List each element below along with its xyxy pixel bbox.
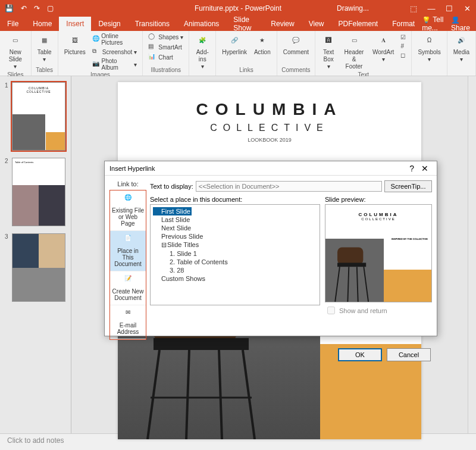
tree-previous-slide[interactable]: Previous Slide bbox=[153, 232, 317, 240]
addins-button[interactable]: 🧩Add-ins▾ bbox=[193, 32, 212, 71]
svg-rect-8 bbox=[337, 263, 366, 267]
globe-file-icon: 🌐 bbox=[121, 194, 134, 206]
action-button[interactable]: ★Action bbox=[252, 32, 273, 57]
linkto-email[interactable]: ✉E-mail Address bbox=[110, 305, 146, 339]
vertical-scrollbar[interactable] bbox=[468, 76, 476, 433]
collapse-icon[interactable]: ⊟ bbox=[161, 241, 167, 249]
tree-next-slide[interactable]: Next Slide bbox=[153, 224, 317, 232]
comment-button[interactable]: 💬Comment bbox=[281, 32, 311, 57]
photo-album-button[interactable]: 📷Photo Album ▾ bbox=[90, 57, 139, 71]
cancel-button[interactable]: Cancel bbox=[387, 348, 431, 361]
pictures-icon: 🖼 bbox=[68, 33, 82, 48]
tab-format[interactable]: Format bbox=[385, 17, 422, 31]
undo-icon[interactable]: ↶ bbox=[21, 4, 27, 12]
svg-line-12 bbox=[357, 267, 358, 302]
screenshot-icon: ⧉ bbox=[92, 48, 101, 56]
close-button[interactable]: ✕ bbox=[458, 0, 476, 17]
tab-view[interactable]: View bbox=[302, 17, 331, 31]
start-icon[interactable]: ▢ bbox=[47, 4, 54, 12]
ribbon-group-illustrations: ◯Shapes ▾ ▤SmartArt 📊Chart Illustrations bbox=[143, 31, 189, 76]
tab-pdfelement[interactable]: PDFelement bbox=[331, 17, 385, 31]
ribbon-group-media: 🔊Media▾ bbox=[447, 31, 476, 76]
maximize-button[interactable]: ☐ bbox=[440, 0, 458, 17]
smartart-icon: ▤ bbox=[148, 43, 156, 51]
symbols-icon: Ω bbox=[422, 33, 437, 48]
slide-thumbnail[interactable]: Table of Contents bbox=[12, 158, 65, 226]
screentip-button[interactable]: ScreenTip... bbox=[384, 180, 432, 192]
chart-button[interactable]: 📊Chart bbox=[146, 52, 185, 62]
pictures-button[interactable]: 🖼Pictures bbox=[62, 32, 88, 57]
thumbnail-3[interactable]: 3 bbox=[5, 233, 66, 302]
table-icon: ▦ bbox=[37, 33, 52, 48]
tree-custom-shows[interactable]: Custom Shows bbox=[153, 274, 317, 283]
thumbnail-2[interactable]: 2 Table of Contents bbox=[5, 158, 66, 226]
text-option-icon[interactable]: ◻ bbox=[399, 51, 408, 59]
ribbon: ▭New Slide▾ Slides ▦Table▾ Tables 🖼Pictu… bbox=[0, 31, 476, 76]
tab-animations[interactable]: Animations bbox=[177, 17, 226, 31]
textbox-button[interactable]: 🅰Text Box▾ bbox=[319, 32, 338, 71]
addins-icon: 🧩 bbox=[195, 33, 209, 48]
online-pictures-button[interactable]: 🌐Online Pictures bbox=[90, 32, 139, 46]
chart-icon: 📊 bbox=[148, 53, 156, 61]
wordart-button[interactable]: 𝐀WordArt▾ bbox=[370, 32, 397, 64]
tab-file[interactable]: File bbox=[0, 17, 26, 31]
shapes-button[interactable]: ◯Shapes ▾ bbox=[146, 32, 185, 42]
symbols-button[interactable]: ΩSymbols▾ bbox=[415, 32, 443, 64]
quick-access-toolbar: 💾 ↶ ↷ ▢ bbox=[0, 4, 54, 12]
linkto-column: Link to: 🌐Existing File or Web Page 📄Pla… bbox=[109, 180, 146, 340]
redo-icon[interactable]: ↷ bbox=[34, 4, 40, 12]
slide-thumbnail[interactable] bbox=[12, 233, 65, 302]
screenshot-button[interactable]: ⧉Screenshot ▾ bbox=[90, 47, 139, 57]
ok-button[interactable]: OK bbox=[338, 348, 382, 361]
table-button[interactable]: ▦Table▾ bbox=[35, 32, 54, 64]
share-button[interactable]: 👤 Share bbox=[451, 15, 470, 32]
linkto-create-new[interactable]: 📝Create New Document bbox=[110, 271, 146, 305]
tab-transitions[interactable]: Transitions bbox=[128, 17, 177, 31]
tree-last-slide[interactable]: Last Slide bbox=[153, 215, 317, 224]
thumbnail-1[interactable]: 1 COLUMBIACOLLECTIVE bbox=[5, 82, 66, 151]
tab-insert[interactable]: Insert bbox=[59, 17, 91, 31]
linkto-existing-file[interactable]: 🌐Existing File or Web Page bbox=[110, 190, 146, 231]
tree-slide-3[interactable]: 3. 28 bbox=[153, 266, 317, 274]
new-slide-button[interactable]: ▭New Slide▾ bbox=[4, 32, 27, 71]
slide-tagline: LOOKBOOK 2019 bbox=[118, 137, 421, 143]
ribbon-group-label: Tables bbox=[36, 67, 53, 74]
hyperlink-button[interactable]: 🔗Hyperlink bbox=[220, 32, 249, 57]
dialog-titlebar: Insert Hyperlink ? ✕ bbox=[105, 161, 437, 176]
text-option-icon[interactable]: ☑ bbox=[399, 33, 408, 41]
text-to-display-input[interactable] bbox=[196, 181, 382, 192]
text-option-icon[interactable]: # bbox=[399, 42, 408, 50]
show-and-return-checkbox[interactable]: Show and return bbox=[325, 305, 432, 316]
ribbon-group-images: 🖼Pictures 🌐Online Pictures ⧉Screenshot ▾… bbox=[58, 31, 143, 76]
title-bar: 💾 ↶ ↷ ▢ Furniture.pptx - PowerPoint Draw… bbox=[0, 0, 476, 17]
tab-slideshow[interactable]: Slide Show bbox=[226, 17, 264, 31]
header-footer-button[interactable]: ▭Header & Footer bbox=[340, 32, 368, 71]
hyperlink-icon: 🔗 bbox=[227, 33, 242, 48]
place-tree[interactable]: First Slide Last Slide Next Slide Previo… bbox=[150, 204, 320, 305]
tree-slide-titles[interactable]: ⊟Slide Titles bbox=[153, 240, 317, 249]
tellme-search[interactable]: 💡 Tell me... bbox=[422, 15, 446, 32]
tab-design[interactable]: Design bbox=[91, 17, 127, 31]
tab-home[interactable]: Home bbox=[26, 17, 59, 31]
tree-slide-1[interactable]: 1. Slide 1 bbox=[153, 249, 317, 258]
slide-thumbnail[interactable]: COLUMBIACOLLECTIVE bbox=[12, 82, 65, 151]
wordart-icon: 𝐀 bbox=[376, 33, 390, 48]
slide-number: 3 bbox=[5, 233, 10, 302]
tree-first-slide[interactable]: First Slide bbox=[153, 207, 192, 215]
media-button[interactable]: 🔊Media▾ bbox=[451, 32, 472, 64]
shapes-icon: ◯ bbox=[148, 33, 156, 41]
tab-review[interactable]: Review bbox=[264, 17, 301, 31]
dialog-help-button[interactable]: ? bbox=[406, 164, 418, 173]
minimize-button[interactable]: — bbox=[422, 0, 440, 17]
linkto-place-in-document[interactable]: 📄Place in This Document bbox=[110, 231, 146, 271]
tree-slide-2[interactable]: 2. Table of Contents bbox=[153, 258, 317, 266]
save-icon[interactable]: 💾 bbox=[5, 4, 14, 12]
ribbon-options-icon[interactable]: ⬚ bbox=[405, 0, 422, 17]
slide-preview: COLUMBIA COLLECTIVE bbox=[325, 204, 432, 302]
dialog-close-button[interactable]: ✕ bbox=[418, 164, 432, 173]
show-return-check bbox=[327, 307, 335, 314]
new-slide-icon: ▭ bbox=[8, 33, 23, 48]
smartart-button[interactable]: ▤SmartArt bbox=[146, 42, 185, 52]
ribbon-group-addins: 🧩Add-ins▾ bbox=[189, 31, 216, 76]
ribbon-group-symbols: ΩSymbols▾ bbox=[412, 31, 447, 76]
